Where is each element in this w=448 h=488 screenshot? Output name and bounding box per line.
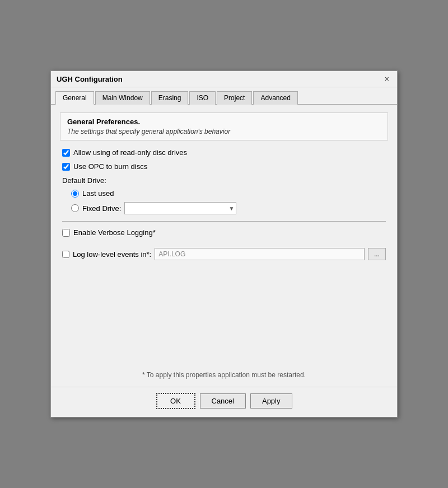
section-title: General Preferences. xyxy=(67,118,381,126)
main-window: UGH Configuration × General Main Window … xyxy=(50,71,398,417)
tab-bar: General Main Window Erasing ISO Project … xyxy=(51,87,397,105)
window-title: UGH Configuration xyxy=(57,75,123,83)
verbose-logging-label: Enable Verbose Logging* xyxy=(73,228,156,237)
button-bar: OK Cancel Apply xyxy=(51,387,397,417)
log-file-input[interactable] xyxy=(155,248,365,260)
browse-button[interactable]: ... xyxy=(368,248,386,260)
readonly-drives-row: Allow using of read-only disc drives xyxy=(62,148,386,157)
opc-burn-checkbox[interactable] xyxy=(62,163,70,171)
section-subtitle: The settings that specify general applic… xyxy=(67,128,381,135)
fixed-drive-select[interactable] xyxy=(124,202,236,214)
last-used-radio[interactable] xyxy=(71,190,79,198)
cancel-button[interactable]: Cancel xyxy=(200,393,246,409)
section-header: General Preferences. The settings that s… xyxy=(60,112,388,140)
opc-burn-row: Use OPC to burn discs xyxy=(62,162,386,171)
verbose-logging-row: Enable Verbose Logging* xyxy=(62,228,386,237)
fixed-drive-select-wrapper: ▼ xyxy=(124,202,236,214)
content-area: General Preferences. The settings that s… xyxy=(51,105,397,387)
fixed-drive-row: Fixed Drive: ▼ xyxy=(71,202,386,214)
ok-button[interactable]: OK xyxy=(156,393,195,409)
tab-general[interactable]: General xyxy=(55,91,94,105)
readonly-drives-label: Allow using of read-only disc drives xyxy=(73,148,187,157)
fixed-drive-label: Fixed Drive: xyxy=(82,204,121,213)
close-button[interactable]: × xyxy=(382,74,391,83)
log-events-row: Log low-level events in*: ... xyxy=(62,248,386,260)
opc-burn-label: Use OPC to burn discs xyxy=(73,162,147,171)
readonly-drives-checkbox[interactable] xyxy=(62,149,70,157)
verbose-logging-checkbox[interactable] xyxy=(62,229,70,237)
last-used-row: Last used xyxy=(71,189,386,198)
title-bar: UGH Configuration × xyxy=(51,71,397,87)
default-drive-label: Default Drive: xyxy=(62,176,386,185)
log-events-checkbox[interactable] xyxy=(62,251,69,258)
options-area: Allow using of read-only disc drives Use… xyxy=(60,148,388,360)
tab-erasing[interactable]: Erasing xyxy=(151,91,189,105)
tab-advanced[interactable]: Advanced xyxy=(253,91,297,105)
tab-project[interactable]: Project xyxy=(217,91,252,105)
log-events-label: Log low-level events in*: xyxy=(73,250,151,259)
divider xyxy=(62,221,386,222)
tab-iso[interactable]: ISO xyxy=(189,91,216,105)
fixed-drive-radio[interactable] xyxy=(71,204,79,212)
apply-button[interactable]: Apply xyxy=(250,393,292,409)
radio-group: Last used Fixed Drive: ▼ xyxy=(62,189,386,214)
footer-note: * To apply this properties application m… xyxy=(60,360,388,379)
log-section: Enable Verbose Logging* Log low-level ev… xyxy=(62,228,386,260)
tab-main-window[interactable]: Main Window xyxy=(95,91,150,105)
last-used-label: Last used xyxy=(82,189,114,198)
